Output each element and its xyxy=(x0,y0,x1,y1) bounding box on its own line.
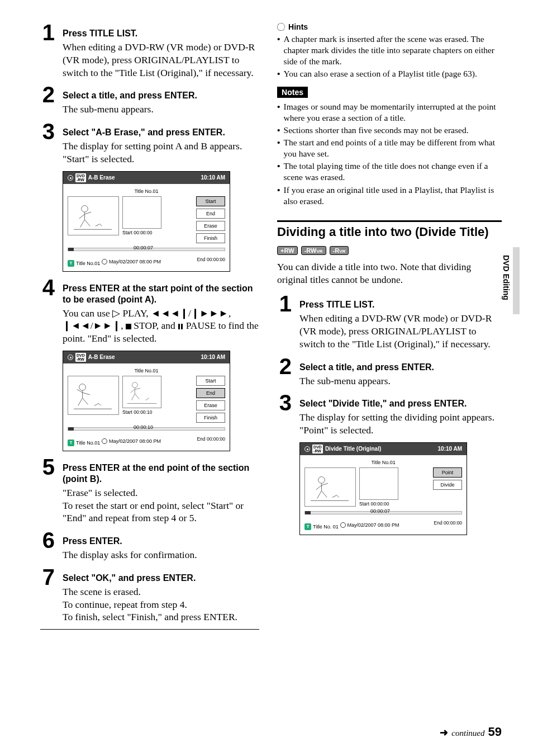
ss-end-button[interactable]: End xyxy=(196,388,225,398)
step-heading: Select a title, and press ENTER. xyxy=(299,362,502,373)
step-heading: Select a title, and press ENTER. xyxy=(63,90,259,101)
ss-start-time: Start 00:00:00 xyxy=(359,501,389,507)
step-text: "Erase" is selected. To reset the start … xyxy=(63,486,259,525)
divide-title-screenshot: DVD-RWDivide Title (Original) 10:10 AM T… xyxy=(299,442,467,535)
ss-erase-button[interactable]: Erase xyxy=(196,400,225,410)
dvd-rw-badge: DVD-RW xyxy=(75,173,86,182)
disc-badge-minus-r-vr: -RVR xyxy=(330,246,349,255)
step-number: 3 xyxy=(277,393,292,437)
step-6: 6 Press ENTER. The display asks for conf… xyxy=(40,530,259,561)
ss-bar-time: 00:00:10 xyxy=(134,424,153,430)
clock-icon xyxy=(102,438,107,444)
ss-finish-button[interactable]: Finish xyxy=(196,413,225,423)
ss-title-number: Title No.01 xyxy=(68,186,225,196)
step-2: 2 Select a title, and press ENTER. The s… xyxy=(40,84,259,116)
disc-badge-minus-rw-vr: -RWVR xyxy=(301,246,326,255)
disc-icon xyxy=(304,446,310,452)
pause-icon xyxy=(178,324,183,329)
note-item: The total playing time of the title does… xyxy=(284,160,502,183)
step-number: 1 xyxy=(40,22,55,79)
step-text: You can use ▷ PLAY, ◄◄◄❙/❙►►►, ❙◄◄/►►❙, … xyxy=(63,307,259,345)
ss-header-title: A-B Erase xyxy=(88,354,115,360)
ss-header-time: 10:10 AM xyxy=(201,174,225,181)
page-footer: ➜ continued 59 xyxy=(440,725,502,739)
step-text: The sub-menu appears. xyxy=(299,375,502,388)
ss-title-badge-text: Title No.01 xyxy=(76,261,100,266)
next-icon: ►►❙ xyxy=(93,320,121,331)
svg-point-1 xyxy=(79,384,86,390)
disc-icon xyxy=(68,355,73,360)
title-icon: T xyxy=(68,440,74,446)
ss-sub-thumbnail xyxy=(122,376,161,408)
title-icon: T xyxy=(304,523,311,530)
ss-end-time: End 00:00:00 xyxy=(197,436,225,446)
note-item: If you erase an original title used in a… xyxy=(284,185,502,207)
ss-date: May/02/2007 08:00 PM xyxy=(109,438,161,444)
ss-start-button[interactable]: Start xyxy=(196,196,225,206)
notes-label: Notes xyxy=(277,87,308,98)
ss-point-button[interactable]: Point xyxy=(433,467,462,478)
notes-list: Images or sound may be momentarily inter… xyxy=(277,101,502,207)
right-step-3: 3 Select "Divide Title," and press ENTER… xyxy=(277,393,502,437)
step-number: 7 xyxy=(40,567,55,623)
step-number: 6 xyxy=(40,530,55,561)
step-heading: Select "OK," and press ENTER. xyxy=(63,573,259,584)
hint-item: You can also erase a section of a Playli… xyxy=(284,68,477,79)
ss-bar-time: 00:00:07 xyxy=(134,245,153,251)
side-tab-label: DVD Editing xyxy=(502,255,511,300)
ss-start-button[interactable]: Start xyxy=(196,376,225,386)
step-heading: Press TITLE LIST. xyxy=(299,299,502,310)
svg-point-3 xyxy=(318,476,325,483)
ss-end-time: End 00:00:00 xyxy=(434,520,463,530)
ss-preview-thumbnail xyxy=(68,196,119,235)
ss-date: May/02/2007 08:00 PM xyxy=(109,259,161,264)
ss-erase-button[interactable]: Erase xyxy=(196,221,225,231)
ss-divide-button[interactable]: Divide xyxy=(433,480,462,490)
note-item: Sections shorter than five seconds may n… xyxy=(284,125,469,136)
ss-header-title: Divide Title (Original) xyxy=(325,446,381,452)
step-4: 4 Press ENTER at the start point of the … xyxy=(40,277,259,345)
note-item: Images or sound may be momentarily inter… xyxy=(284,101,502,124)
ss-title-badge-text: Title No. 01 xyxy=(313,524,339,530)
ss-bar-time: 00:00:07 xyxy=(370,508,390,514)
step-number: 5 xyxy=(40,457,55,525)
hint-item: A chapter mark is inserted after the sce… xyxy=(284,34,502,67)
ss-preview-thumbnail xyxy=(304,467,356,507)
clock-icon xyxy=(102,259,107,264)
step-heading: Press ENTER at the start point of the se… xyxy=(63,283,259,305)
step-1: 1 Press TITLE LIST. When editing a DVD-R… xyxy=(40,22,259,79)
svg-point-0 xyxy=(82,205,88,212)
step-heading: Select "Divide Title," and press ENTER. xyxy=(299,398,502,409)
step-text: When editing a DVD-RW (VR mode) or DVD-R… xyxy=(299,312,502,350)
continued-label: continued xyxy=(451,729,484,738)
step-text: The display asks for confirmation. xyxy=(63,549,259,561)
step-text: When editing a DVD-RW (VR mode) or DVD-R… xyxy=(63,41,259,79)
clock-icon xyxy=(340,522,346,528)
ss-finish-button[interactable]: Finish xyxy=(196,233,225,243)
ss-start-time: Start 00:00:10 xyxy=(122,409,152,415)
ss-title-number: Title No.01 xyxy=(304,457,462,467)
svg-point-2 xyxy=(132,382,138,388)
continued-arrow-icon: ➜ xyxy=(440,726,448,739)
ss-end-time: End 00:00:00 xyxy=(197,257,225,267)
step-heading: Press ENTER at the end point of the sect… xyxy=(63,462,259,485)
scan-rev-icon: ◄◄◄❙ xyxy=(151,308,188,319)
step-text: The sub-menu appears. xyxy=(63,103,259,116)
prev-icon: ❙◄◄ xyxy=(63,320,91,331)
hints-label: Hints xyxy=(288,22,308,31)
ss-sub-thumbnail xyxy=(359,467,398,500)
right-step-1: 1 Press TITLE LIST. When editing a DVD-R… xyxy=(277,294,502,350)
hint-bulb-icon xyxy=(277,23,285,31)
dvd-rw-badge: DVD-RW xyxy=(312,445,323,453)
play-icon: ▷ xyxy=(112,308,120,319)
separator-rule xyxy=(40,629,259,630)
step-text: The display for setting the dividing poi… xyxy=(299,411,502,437)
stop-icon xyxy=(126,324,131,329)
ss-header-time: 10:10 AM xyxy=(201,354,225,360)
ss-preview-thumbnail xyxy=(68,376,119,415)
ss-start-time: Start 00:00:00 xyxy=(122,230,152,235)
step-text: The display for setting point A and B ap… xyxy=(63,140,259,166)
step-text: The scene is erased. To continue, repeat… xyxy=(63,585,259,623)
hints-list: A chapter mark is inserted after the sce… xyxy=(277,34,502,80)
ss-end-button[interactable]: End xyxy=(196,209,225,219)
